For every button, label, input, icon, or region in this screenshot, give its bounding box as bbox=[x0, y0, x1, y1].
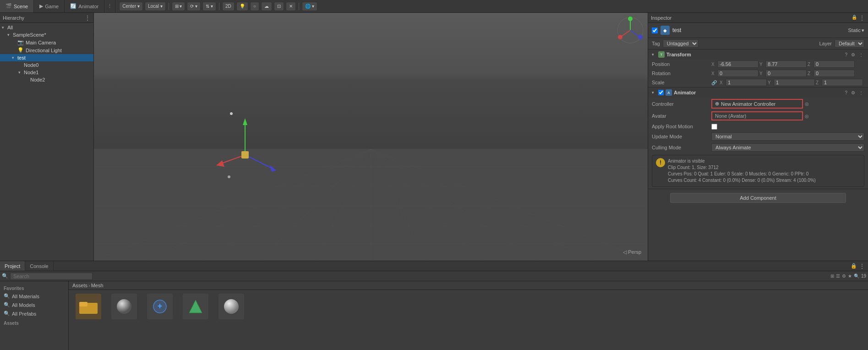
2d-button[interactable]: 2D bbox=[222, 2, 235, 11]
layer-select[interactable]: Default bbox=[835, 39, 864, 48]
lock-icon[interactable]: 🔒 bbox=[852, 15, 857, 21]
rot-x-label: X bbox=[711, 71, 717, 76]
project-grid-btn[interactable]: ⊞ bbox=[830, 273, 834, 279]
controller-target-btn[interactable]: ◎ bbox=[805, 101, 809, 106]
tab-console[interactable]: Console bbox=[25, 261, 53, 271]
rot-z-input[interactable] bbox=[813, 70, 855, 77]
tab-more-btn[interactable]: ⋮ bbox=[104, 0, 115, 12]
animator-warning-box: ! Animator is visible Clip Count: 1, Siz… bbox=[652, 155, 864, 187]
pos-z-input[interactable] bbox=[813, 60, 855, 68]
sidebar-all-materials[interactable]: 🔍 All Materials bbox=[0, 292, 68, 301]
project-menu-btn[interactable]: ⋮ bbox=[859, 263, 865, 269]
culling-mode-select[interactable]: Always Animate bbox=[711, 143, 864, 152]
tab-game[interactable]: ▶ Game bbox=[34, 0, 65, 12]
asset-folder[interactable] bbox=[72, 294, 104, 319]
inspector-panel: Inspector 🔒 ⋮ ◆ test Static ▾ Tag bbox=[648, 13, 868, 261]
update-mode-select[interactable]: Normal bbox=[711, 132, 864, 141]
project-filter-btn[interactable]: ⚙ bbox=[842, 273, 846, 279]
breadcrumb-assets: Assets bbox=[72, 283, 87, 288]
avatar-none-text: None (Avatar) bbox=[715, 113, 746, 119]
asset-mesh[interactable] bbox=[180, 294, 212, 319]
animator-help-btn[interactable]: ? bbox=[844, 90, 848, 95]
rot-x-input[interactable] bbox=[717, 70, 759, 77]
add-component-button[interactable]: Add Component bbox=[670, 193, 846, 203]
apply-root-checkbox[interactable] bbox=[711, 124, 717, 130]
transform-settings-btn[interactable]: ⚙ bbox=[850, 52, 856, 57]
hierarchy-item-samplescene[interactable]: ▾ SampleScene* bbox=[0, 31, 93, 38]
tab-scene[interactable]: 🎬 Scene bbox=[0, 0, 34, 12]
sphere-icon bbox=[218, 294, 244, 319]
local-button[interactable]: Local ▾ bbox=[145, 2, 166, 11]
hierarchy-item-main-camera[interactable]: 📷 Main Camera bbox=[0, 38, 93, 46]
transform-help-btn[interactable]: ? bbox=[844, 52, 848, 57]
svg-marker-41 bbox=[189, 300, 202, 313]
pos-y-input[interactable] bbox=[765, 60, 807, 68]
asset-material[interactable] bbox=[108, 294, 140, 319]
animator-settings-btn[interactable]: ⚙ bbox=[850, 90, 856, 95]
asset-sphere[interactable] bbox=[215, 294, 247, 319]
project-list-btn[interactable]: ☰ bbox=[836, 273, 840, 279]
transform-component: ▾ T Transform ? ⚙ ⋮ Position X bbox=[648, 49, 868, 88]
controller-name: New Animator Controller bbox=[721, 101, 775, 107]
scale-x-input[interactable] bbox=[726, 79, 767, 86]
warning-icon: ! bbox=[656, 158, 665, 167]
sidebar-all-models[interactable]: 🔍 All Models bbox=[0, 301, 68, 309]
tag-label: Tag bbox=[652, 41, 660, 46]
inspector-header: Inspector 🔒 ⋮ bbox=[648, 13, 868, 23]
avatar-target-btn[interactable]: ◎ bbox=[805, 114, 809, 119]
top-toolbar: 🎬 Scene ▶ Game 🔄 Animator ⋮ Center ▾ Loc… bbox=[0, 0, 868, 13]
pos-x-input[interactable] bbox=[717, 60, 759, 68]
apply-root-label: Apply Root Motion bbox=[652, 124, 711, 129]
animator-header[interactable]: ▾ A Animator ? ⚙ ⋮ bbox=[648, 88, 868, 98]
audio-button[interactable]: ○ bbox=[250, 2, 259, 11]
project-breadcrumb: Assets › Mesh bbox=[69, 281, 868, 290]
scene-viewport[interactable]: ◁ Persp bbox=[94, 13, 648, 261]
project-fav-btn[interactable]: ★ bbox=[848, 273, 852, 279]
position-x: X bbox=[711, 60, 759, 68]
fx-button[interactable]: ☁ bbox=[261, 2, 272, 11]
hierarchy-item-test[interactable]: ▾ test bbox=[0, 54, 93, 61]
asset-prefab[interactable]: + bbox=[144, 294, 176, 319]
transform-arrow: ▾ bbox=[652, 52, 656, 57]
hierarchy-item-all[interactable]: ▾ All bbox=[0, 24, 93, 31]
tab-project[interactable]: Project bbox=[0, 261, 25, 271]
warning-clip-info: Clip Count: 1, Size: 3712 bbox=[668, 164, 816, 171]
hierarchy-item-node2[interactable]: Node2 bbox=[0, 76, 93, 83]
transform-menu-btn[interactable]: ⋮ bbox=[858, 52, 864, 57]
scale-y-input[interactable] bbox=[774, 79, 815, 86]
scale-field: Scale 🔗 X Y Z bbox=[648, 78, 868, 87]
animator-name: Animator bbox=[674, 90, 842, 95]
snap-button[interactable]: ⇅ ▾ bbox=[202, 2, 216, 11]
pivot-button[interactable]: ⟳ ▾ bbox=[187, 2, 201, 11]
scene-vis-button[interactable]: ⊡ bbox=[274, 2, 284, 11]
hierarchy-item-directional-light[interactable]: 💡 Directional Light bbox=[0, 46, 93, 54]
rotation-z: Z bbox=[808, 70, 855, 77]
project-lock-btn[interactable]: 🔒 bbox=[851, 263, 857, 268]
obj-enabled-checkbox[interactable] bbox=[652, 27, 658, 33]
sidebar-all-prefabs[interactable]: 🔍 All Prefabs bbox=[0, 309, 68, 318]
scene-toolbar-controls: Center ▾ Local ▾ ⊞ ▾ ⟳ ▾ ⇅ ▾ 2D 💡 ○ ☁ ⊡ … bbox=[115, 2, 868, 11]
animator-menu-btn[interactable]: ⋮ bbox=[858, 90, 864, 95]
warning-title: Animator is visible bbox=[668, 158, 816, 164]
svg-point-27 bbox=[228, 175, 230, 178]
gizmo-button[interactable]: ✕ bbox=[286, 2, 296, 11]
tab-animator[interactable]: 🔄 Animator bbox=[65, 0, 104, 12]
transform-name: Transform bbox=[666, 52, 842, 57]
animator-enabled-checkbox[interactable] bbox=[658, 90, 664, 95]
hierarchy-item-node1[interactable]: ▾ Node1 bbox=[0, 69, 93, 76]
project-search-input[interactable] bbox=[10, 273, 93, 280]
tag-select[interactable]: Untagged bbox=[663, 39, 699, 48]
transform-header[interactable]: ▾ T Transform ? ⚙ ⋮ bbox=[648, 49, 868, 60]
hierarchy-item-node0[interactable]: Node0 bbox=[0, 61, 93, 69]
render-button[interactable]: 🌐 ▾ bbox=[302, 2, 317, 11]
console-tab-label: Console bbox=[30, 263, 48, 269]
inspector-menu-btn[interactable]: ⋮ bbox=[859, 15, 865, 21]
center-button[interactable]: Center ▾ bbox=[119, 2, 143, 11]
hierarchy-menu-btn[interactable]: ⋮ bbox=[84, 15, 91, 21]
scale-z-input[interactable] bbox=[822, 79, 863, 86]
animator-controller-box[interactable]: ⊕ New Animator Controller bbox=[711, 99, 803, 109]
grid-button[interactable]: ⊞ ▾ bbox=[172, 2, 186, 11]
rot-y-input[interactable] bbox=[765, 70, 807, 77]
light-button[interactable]: 💡 bbox=[236, 2, 248, 11]
animator-avatar-box[interactable]: None (Avatar) bbox=[711, 111, 803, 120]
